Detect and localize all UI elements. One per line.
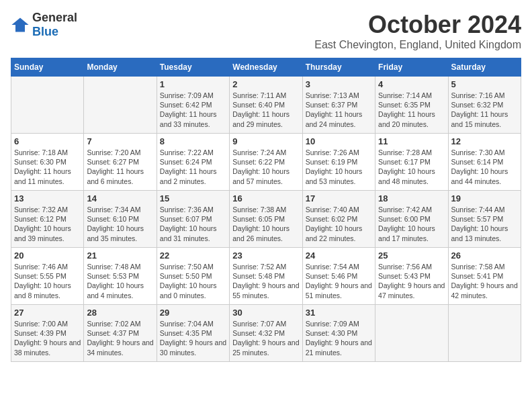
day-number: 21 [87,250,153,261]
day-info: Sunrise: 7:52 AM Sunset: 5:48 PM Dayligh… [232,262,299,300]
day-header-tuesday: Tuesday [157,58,229,77]
calendar-week-row: 6Sunrise: 7:18 AM Sunset: 6:30 PM Daylig… [11,134,521,191]
calendar-cell: 26Sunrise: 7:58 AM Sunset: 5:41 PM Dayli… [448,248,521,305]
calendar-week-row: 1Sunrise: 7:09 AM Sunset: 6:42 PM Daylig… [11,77,521,134]
day-number: 12 [451,136,518,146]
day-number: 29 [160,308,226,318]
day-info: Sunrise: 7:38 AM Sunset: 6:05 PM Dayligh… [232,205,299,243]
day-header-thursday: Thursday [302,58,375,77]
calendar-cell: 9Sunrise: 7:24 AM Sunset: 6:22 PM Daylig… [230,134,302,191]
day-info: Sunrise: 7:30 AM Sunset: 6:14 PM Dayligh… [451,148,518,186]
day-number: 26 [451,250,518,261]
logo-general: General [32,11,77,24]
day-number: 24 [306,250,372,261]
day-number: 30 [232,308,299,318]
calendar-cell: 7Sunrise: 7:20 AM Sunset: 6:27 PM Daylig… [84,134,157,191]
day-number: 15 [160,193,226,203]
day-info: Sunrise: 7:36 AM Sunset: 6:07 PM Dayligh… [160,205,226,243]
calendar-cell: 16Sunrise: 7:38 AM Sunset: 6:05 PM Dayli… [230,191,302,248]
logo-blue: Blue [32,25,58,38]
day-number: 4 [378,79,445,89]
calendar-cell: 15Sunrise: 7:36 AM Sunset: 6:07 PM Dayli… [157,191,229,248]
day-number: 25 [378,250,445,261]
day-number: 31 [306,308,372,318]
day-number: 3 [306,79,372,89]
calendar-table: SundayMondayTuesdayWednesdayThursdayFrid… [11,58,521,362]
day-info: Sunrise: 7:24 AM Sunset: 6:22 PM Dayligh… [232,148,299,186]
day-info: Sunrise: 7:26 AM Sunset: 6:19 PM Dayligh… [306,148,372,186]
calendar-cell: 21Sunrise: 7:48 AM Sunset: 5:53 PM Dayli… [84,248,157,305]
calendar-cell [448,305,521,362]
calendar-cell: 31Sunrise: 7:09 AM Sunset: 4:30 PM Dayli… [302,305,375,362]
day-number: 19 [451,193,518,203]
calendar-cell: 25Sunrise: 7:56 AM Sunset: 5:43 PM Dayli… [375,248,448,305]
calendar-cell: 12Sunrise: 7:30 AM Sunset: 6:14 PM Dayli… [448,134,521,191]
day-info: Sunrise: 7:44 AM Sunset: 5:57 PM Dayligh… [451,205,518,243]
calendar-cell: 5Sunrise: 7:16 AM Sunset: 6:32 PM Daylig… [448,77,521,134]
day-info: Sunrise: 7:46 AM Sunset: 5:55 PM Dayligh… [14,262,81,300]
day-number: 18 [378,193,445,203]
day-number: 17 [306,193,372,203]
day-info: Sunrise: 7:14 AM Sunset: 6:35 PM Dayligh… [378,91,445,129]
day-number: 23 [232,250,299,261]
calendar-cell: 6Sunrise: 7:18 AM Sunset: 6:30 PM Daylig… [11,134,84,191]
title-area: October 2024 East Chevington, England, U… [314,11,521,51]
calendar-week-row: 27Sunrise: 7:00 AM Sunset: 4:39 PM Dayli… [11,305,521,362]
day-info: Sunrise: 7:54 AM Sunset: 5:46 PM Dayligh… [306,262,372,300]
day-info: Sunrise: 7:34 AM Sunset: 6:10 PM Dayligh… [87,205,153,243]
calendar-cell: 30Sunrise: 7:07 AM Sunset: 4:32 PM Dayli… [230,305,302,362]
day-number: 9 [232,136,299,146]
day-header-friday: Friday [375,58,448,77]
day-number: 16 [232,193,299,203]
calendar-cell: 3Sunrise: 7:13 AM Sunset: 6:37 PM Daylig… [302,77,375,134]
day-header-saturday: Saturday [448,58,521,77]
day-info: Sunrise: 7:22 AM Sunset: 6:24 PM Dayligh… [160,148,226,186]
calendar-cell: 22Sunrise: 7:50 AM Sunset: 5:50 PM Dayli… [157,248,229,305]
calendar-week-row: 13Sunrise: 7:32 AM Sunset: 6:12 PM Dayli… [11,191,521,248]
calendar-cell: 11Sunrise: 7:28 AM Sunset: 6:17 PM Dayli… [375,134,448,191]
day-number: 8 [160,136,226,146]
day-info: Sunrise: 7:56 AM Sunset: 5:43 PM Dayligh… [378,262,445,300]
day-number: 7 [87,136,153,146]
day-info: Sunrise: 7:00 AM Sunset: 4:39 PM Dayligh… [14,319,81,357]
calendar-cell: 27Sunrise: 7:00 AM Sunset: 4:39 PM Dayli… [11,305,84,362]
calendar-header-row: SundayMondayTuesdayWednesdayThursdayFrid… [11,58,521,77]
day-info: Sunrise: 7:48 AM Sunset: 5:53 PM Dayligh… [87,262,153,300]
day-info: Sunrise: 7:09 AM Sunset: 6:42 PM Dayligh… [160,91,226,129]
day-number: 5 [451,79,518,89]
day-number: 28 [87,308,153,318]
header: General Blue October 2024 East Chevingto… [11,11,521,51]
calendar-cell: 1Sunrise: 7:09 AM Sunset: 6:42 PM Daylig… [157,77,229,134]
logo-text: General Blue [32,11,77,39]
day-info: Sunrise: 7:20 AM Sunset: 6:27 PM Dayligh… [87,148,153,186]
day-number: 10 [306,136,372,146]
day-number: 22 [160,250,226,261]
calendar-cell: 18Sunrise: 7:42 AM Sunset: 6:00 PM Dayli… [375,191,448,248]
day-info: Sunrise: 7:18 AM Sunset: 6:30 PM Dayligh… [14,148,81,186]
location-title: East Chevington, England, United Kingdom [314,39,521,51]
day-info: Sunrise: 7:40 AM Sunset: 6:02 PM Dayligh… [306,205,372,243]
day-info: Sunrise: 7:07 AM Sunset: 4:32 PM Dayligh… [232,319,299,357]
day-info: Sunrise: 7:16 AM Sunset: 6:32 PM Dayligh… [451,91,518,129]
day-info: Sunrise: 7:50 AM Sunset: 5:50 PM Dayligh… [160,262,226,300]
day-header-wednesday: Wednesday [230,58,302,77]
day-number: 6 [14,136,81,146]
logo-icon [11,15,30,34]
day-info: Sunrise: 7:04 AM Sunset: 4:35 PM Dayligh… [160,319,226,357]
day-number: 2 [232,79,299,89]
month-title: October 2024 [314,11,521,39]
day-info: Sunrise: 7:58 AM Sunset: 5:41 PM Dayligh… [451,262,518,300]
calendar-cell: 19Sunrise: 7:44 AM Sunset: 5:57 PM Dayli… [448,191,521,248]
day-header-sunday: Sunday [11,58,84,77]
day-info: Sunrise: 7:09 AM Sunset: 4:30 PM Dayligh… [306,319,372,357]
day-info: Sunrise: 7:11 AM Sunset: 6:40 PM Dayligh… [232,91,299,129]
calendar-cell: 10Sunrise: 7:26 AM Sunset: 6:19 PM Dayli… [302,134,375,191]
calendar-cell [11,77,84,134]
logo: General Blue [11,11,77,39]
calendar-week-row: 20Sunrise: 7:46 AM Sunset: 5:55 PM Dayli… [11,248,521,305]
day-number: 11 [378,136,445,146]
day-number: 1 [160,79,226,89]
calendar-cell: 17Sunrise: 7:40 AM Sunset: 6:02 PM Dayli… [302,191,375,248]
day-number: 20 [14,250,81,261]
svg-marker-0 [11,18,28,32]
